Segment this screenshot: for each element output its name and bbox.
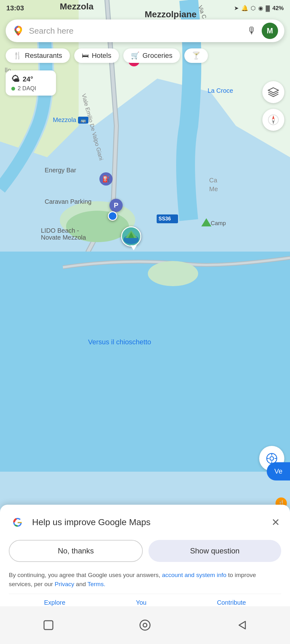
restaurants-icon: 🍴 xyxy=(13,52,22,60)
compass-button[interactable] xyxy=(262,109,284,131)
back-button[interactable] xyxy=(232,616,251,635)
terms-link[interactable]: Terms. xyxy=(87,581,105,587)
privacy-link[interactable]: Privacy xyxy=(55,581,74,587)
search-placeholder[interactable]: Search here xyxy=(29,26,247,36)
google-maps-logo xyxy=(12,25,25,37)
pill-restaurants[interactable]: 🍴 Restaurants xyxy=(6,48,70,63)
layers-icon xyxy=(268,86,279,98)
blue-partial-button[interactable]: Ve xyxy=(267,462,290,480)
account-info-link[interactable]: account and system info xyxy=(162,572,226,578)
svg-point-30 xyxy=(16,28,20,31)
svg-text:Caravan Parking: Caravan Parking xyxy=(45,198,92,205)
close-dialog-button[interactable]: ✕ xyxy=(270,515,281,530)
dialog-header: Help us improve Google Maps ✕ xyxy=(9,514,281,531)
bars-icon: 🍸 xyxy=(192,52,200,60)
partial-bottom-tabs: Explore You Contribute xyxy=(9,594,281,606)
user-avatar[interactable]: M xyxy=(262,23,278,39)
svg-text:Novate Mezzola: Novate Mezzola xyxy=(41,234,86,241)
notification-icon: 🔔 xyxy=(241,5,248,12)
square-icon xyxy=(42,618,55,632)
groceries-icon: 🛒 xyxy=(131,52,139,60)
svg-rect-7 xyxy=(0,252,290,472)
svg-text:Energy Bar: Energy Bar xyxy=(45,167,76,174)
search-bar[interactable]: Search here 🎙 M xyxy=(6,19,284,42)
svg-text:Me: Me xyxy=(209,186,218,192)
weather-icon: 🌤 xyxy=(11,74,20,84)
parking-pin[interactable]: P xyxy=(109,199,123,212)
show-question-button[interactable]: Show question xyxy=(148,540,281,562)
svg-text:La Croce: La Croce xyxy=(208,87,233,94)
battery-display: 42% xyxy=(272,5,284,12)
status-icons: ➤ 🔔 ⬡ ◉ ▓ 42% xyxy=(234,5,284,12)
bluetooth-icon: ⬡ xyxy=(251,5,256,12)
no-thanks-button[interactable]: No, thanks xyxy=(9,540,143,562)
compass-icon xyxy=(268,114,279,125)
place-photo-pin[interactable] xyxy=(121,226,141,247)
svg-text:Versus il chioschetto: Versus il chioschetto xyxy=(88,338,151,346)
photo-pin-tail xyxy=(131,245,137,250)
pill-hotels[interactable]: 🛏 Hotels xyxy=(74,48,119,63)
svg-marker-31 xyxy=(268,88,278,93)
svg-point-8 xyxy=(148,261,198,286)
aqi-dot xyxy=(11,87,15,91)
dialog-title: Help us improve Google Maps xyxy=(32,517,265,527)
transit-icon: 🚌 xyxy=(78,117,88,124)
pill-bars[interactable]: 🍸 xyxy=(184,48,208,63)
category-pills: 🍴 Restaurants 🛏 Hotels 🛒 Groceries 🍸 xyxy=(6,47,290,65)
tab-contribute[interactable]: Contribute xyxy=(217,599,246,606)
svg-text:LIDO Beach -: LIDO Beach - xyxy=(41,227,79,234)
user-location-dot xyxy=(108,211,117,221)
aqi-label: 2 DAQI xyxy=(18,85,36,92)
svg-point-44 xyxy=(140,620,150,630)
tab-you[interactable]: You xyxy=(136,599,147,606)
svg-rect-43 xyxy=(44,621,53,630)
signal-icon: ▓ xyxy=(266,5,270,12)
svg-text:Ca: Ca xyxy=(209,177,217,184)
system-nav-bar xyxy=(0,606,290,644)
pill-groceries[interactable]: 🛒 Groceries xyxy=(123,48,180,63)
dialog-footer: By continuing, you agree that Google use… xyxy=(9,571,281,594)
camp-pin[interactable] xyxy=(201,218,211,226)
svg-point-37 xyxy=(270,457,274,460)
hotels-icon: 🛏 xyxy=(82,52,89,60)
fuel-pin[interactable]: ⛽ xyxy=(99,172,113,186)
location-icon: ➤ xyxy=(234,5,239,12)
weather-widget[interactable]: 🌤 24° 2 DAQI xyxy=(6,70,56,96)
svg-text:SS36: SS36 xyxy=(159,216,171,221)
temperature: 24° xyxy=(23,75,33,83)
svg-marker-46 xyxy=(239,621,245,629)
wifi-icon: ◉ xyxy=(258,5,263,12)
time-display: 13:03 xyxy=(6,4,24,12)
status-bar: 13:03 ➤ 🔔 ⬡ ◉ ▓ 42% xyxy=(0,0,290,16)
dialog-actions: No, thanks Show question xyxy=(9,540,281,562)
microphone-icon[interactable]: 🎙 xyxy=(247,25,257,36)
google-g-logo xyxy=(9,514,26,531)
home-button[interactable] xyxy=(136,616,154,635)
back-arrow-icon xyxy=(235,618,248,632)
svg-point-45 xyxy=(143,623,147,627)
improve-maps-dialog: Help us improve Google Maps ✕ No, thanks… xyxy=(0,505,290,606)
circle-icon xyxy=(138,618,152,632)
svg-text:Camp: Camp xyxy=(211,220,226,226)
mezzola-transit-label: Mezzola 🚌 xyxy=(53,116,88,124)
layers-button[interactable] xyxy=(262,81,284,103)
recent-apps-button[interactable] xyxy=(39,616,58,635)
tab-explore[interactable]: Explore xyxy=(44,599,65,606)
